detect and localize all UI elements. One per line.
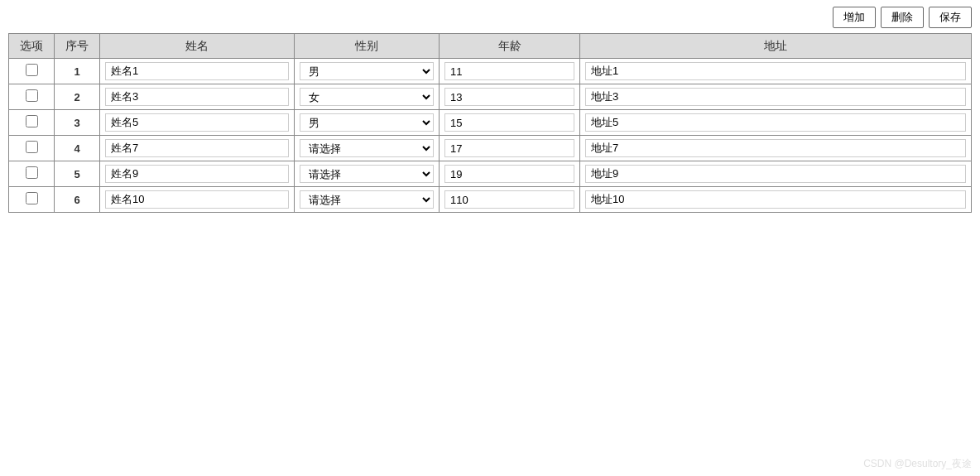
toolbar: 增加 删除 保存 [8,7,972,28]
name-input[interactable] [105,139,289,157]
age-input[interactable] [444,88,574,106]
row-checkbox[interactable] [26,64,38,76]
delete-button[interactable]: 删除 [881,7,924,28]
save-button[interactable]: 保存 [929,7,972,28]
sex-select[interactable]: 请选择男女 [300,139,434,157]
name-input[interactable] [105,165,289,183]
table-row: 4请选择男女 [9,136,972,161]
sex-select[interactable]: 请选择男女 [300,190,434,209]
table-row: 6请选择男女 [9,187,972,213]
table-row: 2请选择男女 [9,84,972,110]
row-seq: 1 [55,59,100,84]
name-input[interactable] [105,113,289,132]
address-input[interactable] [585,88,966,106]
row-checkbox[interactable] [26,192,38,204]
sex-select[interactable]: 请选择男女 [300,165,434,183]
sex-select[interactable]: 请选择男女 [300,88,434,106]
name-input[interactable] [105,190,289,209]
address-input[interactable] [585,139,966,157]
row-checkbox[interactable] [26,166,38,179]
name-input[interactable] [105,88,289,106]
age-input[interactable] [444,190,574,209]
header-name: 姓名 [100,34,295,59]
name-input[interactable] [105,62,289,80]
row-seq: 4 [55,136,100,161]
header-seq: 序号 [55,34,100,59]
address-input[interactable] [585,190,966,209]
row-seq: 6 [55,187,100,213]
header-sex: 性别 [295,34,440,59]
header-addr: 地址 [580,34,972,59]
header-age: 年龄 [440,34,580,59]
address-input[interactable] [585,62,966,80]
add-button[interactable]: 增加 [833,7,876,28]
table-row: 3请选择男女 [9,110,972,136]
address-input[interactable] [585,165,966,183]
sex-select[interactable]: 请选择男女 [300,113,434,132]
age-input[interactable] [444,139,574,157]
row-seq: 5 [55,161,100,187]
row-checkbox[interactable] [26,115,38,127]
row-checkbox[interactable] [26,89,38,102]
sex-select[interactable]: 请选择男女 [300,62,434,80]
row-seq: 3 [55,110,100,136]
table-header-row: 选项 序号 姓名 性别 年龄 地址 [9,34,972,59]
age-input[interactable] [444,165,574,183]
row-seq: 2 [55,84,100,110]
data-table: 选项 序号 姓名 性别 年龄 地址 1请选择男女2请选择男女3请选择男女4请选择… [8,33,972,213]
table-row: 1请选择男女 [9,59,972,84]
table-row: 5请选择男女 [9,161,972,187]
address-input[interactable] [585,113,966,132]
age-input[interactable] [444,113,574,132]
age-input[interactable] [444,62,574,80]
header-check: 选项 [9,34,55,59]
row-checkbox[interactable] [26,141,38,153]
